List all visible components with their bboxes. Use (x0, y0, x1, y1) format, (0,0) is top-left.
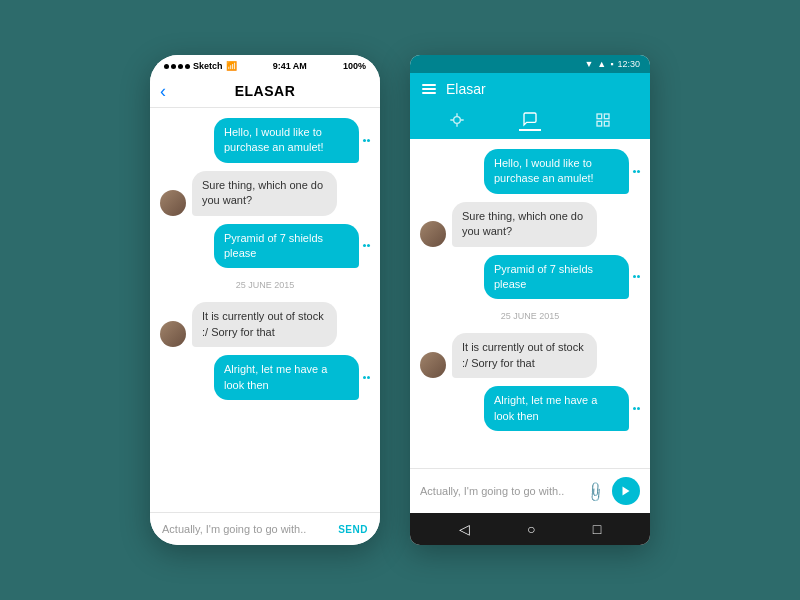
ios-status-bar: Sketch 📶 9:41 AM 100% (150, 55, 380, 75)
svg-marker-9 (623, 487, 630, 496)
message-row: Sure thing, which one do you want? (420, 202, 640, 247)
hamburger-line-3 (422, 92, 436, 94)
sent-bubble: Alright, let me have a look then (484, 386, 629, 431)
ios-message-input[interactable]: Actually, I'm going to go with.. (162, 523, 338, 535)
date-divider: 25 JUNE 2015 (420, 311, 640, 321)
ios-dot-2 (171, 64, 176, 69)
ios-wifi-icon: 📶 (226, 61, 237, 71)
svg-rect-6 (605, 114, 610, 119)
android-input-bar: Actually, I'm going to go with.. 📎 (410, 468, 650, 513)
android-recents-button[interactable]: □ (593, 521, 601, 537)
hamburger-line-2 (422, 88, 436, 90)
android-phone: ▼ ▲ ▪ 12:30 Elasar (410, 55, 650, 545)
ios-network-label: Sketch (193, 61, 223, 71)
avatar-image (420, 221, 446, 247)
android-header-title: Elasar (446, 81, 486, 97)
avatar (420, 352, 446, 378)
avatar (160, 190, 186, 216)
svg-rect-7 (597, 121, 602, 126)
avatar-image (160, 321, 186, 347)
message-dots (363, 139, 370, 142)
android-home-button[interactable]: ○ (527, 521, 535, 537)
message-row: Pyramid of 7 shields please (420, 255, 640, 300)
android-header: Elasar (410, 73, 650, 105)
android-chat-body: Hello, I would like to purchase an amule… (410, 139, 650, 468)
message-with-indicator: Alright, let me have a look then (214, 355, 370, 400)
received-bubble: It is currently out of stock :/ Sorry fo… (452, 333, 597, 378)
message-dots (363, 376, 370, 379)
date-divider: 25 JUNE 2015 (160, 280, 370, 290)
sent-bubble: Pyramid of 7 shields please (484, 255, 629, 300)
message-with-indicator: Pyramid of 7 shields please (214, 224, 370, 269)
ios-signal-dots (164, 64, 190, 69)
message-row: Pyramid of 7 shields please (160, 224, 370, 269)
android-status-bar: ▼ ▲ ▪ 12:30 (410, 55, 650, 73)
received-bubble: Sure thing, which one do you want? (452, 202, 597, 247)
svg-rect-5 (597, 114, 602, 119)
android-message-input[interactable]: Actually, I'm going to go with.. (420, 485, 579, 497)
message-row: Alright, let me have a look then (420, 386, 640, 431)
hamburger-menu-button[interactable] (422, 84, 436, 94)
android-wifi-icon: ▼ (584, 59, 593, 69)
ios-dot-4 (185, 64, 190, 69)
ios-phone: Sketch 📶 9:41 AM 100% ‹ ELASAR Hello, I … (150, 55, 380, 545)
sent-bubble: Hello, I would like to purchase an amule… (484, 149, 629, 194)
ios-time: 9:41 AM (273, 61, 307, 71)
message-dots (363, 244, 370, 247)
avatar (160, 321, 186, 347)
sent-bubble: Hello, I would like to purchase an amule… (214, 118, 359, 163)
avatar-image (420, 352, 446, 378)
message-dots (633, 170, 640, 173)
message-with-indicator: Hello, I would like to purchase an amule… (484, 149, 640, 194)
message-with-indicator: Alright, let me have a look then (484, 386, 640, 431)
tab-chat-icon[interactable] (519, 109, 541, 131)
android-attach-icon[interactable]: 📎 (584, 479, 607, 502)
message-dots (633, 407, 640, 410)
message-row: Alright, let me have a look then (160, 355, 370, 400)
ios-header: ‹ ELASAR (150, 75, 380, 108)
ios-status-left: Sketch 📶 (164, 61, 237, 71)
ios-chat-body: Hello, I would like to purchase an amule… (150, 108, 380, 512)
avatar-image (160, 190, 186, 216)
message-row: Hello, I would like to purchase an amule… (160, 118, 370, 163)
message-row: Hello, I would like to purchase an amule… (420, 149, 640, 194)
message-with-indicator: Pyramid of 7 shields please (484, 255, 640, 300)
message-row: It is currently out of stock :/ Sorry fo… (160, 302, 370, 347)
svg-point-0 (453, 117, 460, 124)
message-with-indicator: Hello, I would like to purchase an amule… (214, 118, 370, 163)
tab-list-icon[interactable] (592, 109, 614, 131)
ios-battery: 100% (343, 61, 366, 71)
received-bubble: It is currently out of stock :/ Sorry fo… (192, 302, 337, 347)
sent-bubble: Alright, let me have a look then (214, 355, 359, 400)
hamburger-line-1 (422, 84, 436, 86)
ios-send-button[interactable]: SEND (338, 524, 368, 535)
android-back-button[interactable]: ◁ (459, 521, 470, 537)
ios-input-bar: Actually, I'm going to go with.. SEND (150, 512, 380, 545)
message-row: Sure thing, which one do you want? (160, 171, 370, 216)
message-dots (633, 275, 640, 278)
ios-dot-3 (178, 64, 183, 69)
android-nav-bar: ◁ ○ □ (410, 513, 650, 545)
ios-back-button[interactable]: ‹ (160, 81, 166, 102)
tab-location-icon[interactable] (446, 109, 468, 131)
svg-rect-8 (605, 121, 610, 126)
android-time: 12:30 (617, 59, 640, 69)
android-battery-icon: ▪ (610, 59, 613, 69)
message-row: It is currently out of stock :/ Sorry fo… (420, 333, 640, 378)
android-tabs (410, 105, 650, 139)
android-signal-icon: ▲ (597, 59, 606, 69)
android-send-button[interactable] (612, 477, 640, 505)
ios-dot-1 (164, 64, 169, 69)
ios-header-title: ELASAR (235, 83, 296, 99)
avatar (420, 221, 446, 247)
sent-bubble: Pyramid of 7 shields please (214, 224, 359, 269)
received-bubble: Sure thing, which one do you want? (192, 171, 337, 216)
